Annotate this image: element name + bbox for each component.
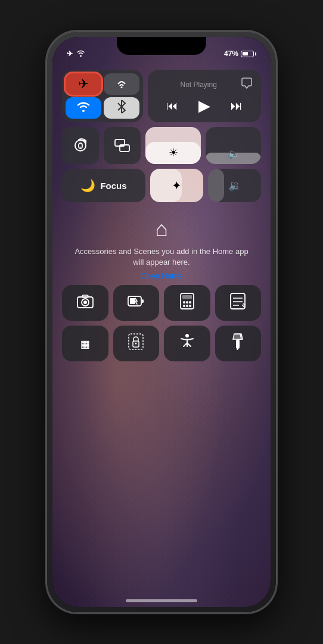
svg-point-7 — [83, 301, 87, 304]
focus-button[interactable]: 🌙 Focus — [62, 169, 145, 202]
svg-point-16 — [189, 301, 191, 304]
svg-point-14 — [183, 301, 185, 304]
airplane-status-icon: ✈ — [67, 49, 73, 58]
focus-label: Focus — [100, 181, 126, 191]
svg-rect-11 — [130, 298, 135, 304]
home-app-icon: ⌂ — [155, 216, 168, 242]
wifi-status-icon — [76, 49, 85, 58]
quick-actions-row1 — [62, 285, 261, 321]
screen-mirror-button[interactable] — [104, 127, 141, 164]
svg-point-0 — [121, 86, 123, 88]
wifi-icon — [76, 100, 91, 116]
play-button[interactable]: ▶ — [198, 97, 210, 115]
calculator-icon — [180, 293, 194, 313]
home-indicator[interactable] — [126, 599, 197, 602]
qr-code-quick-button[interactable]: ▦ — [62, 326, 108, 361]
phone-frame: ✈ 47% — [45, 30, 278, 614]
mute-button[interactable] — [45, 138, 46, 157]
battery-percent-text: 47% — [224, 49, 238, 58]
accessibility-icon — [180, 333, 194, 354]
calculator-quick-button[interactable] — [164, 285, 210, 321]
moon-icon: 🌙 — [80, 178, 95, 193]
top-connectivity-row: ✈ — [62, 70, 261, 122]
connectivity-grid: ✈ — [62, 70, 143, 122]
cellular-button[interactable] — [104, 73, 139, 95]
accessibility-quick-button[interactable] — [164, 326, 210, 361]
brightness-large-icon: ✦ — [172, 178, 182, 193]
airplane-mode-button[interactable]: ✈ — [66, 73, 101, 95]
not-playing-text: Not Playing — [156, 80, 241, 89]
notes-quick-button[interactable] — [215, 285, 262, 321]
svg-point-1 — [75, 140, 86, 151]
volume-large-slider[interactable]: 🔉 — [208, 169, 261, 202]
brightness-slider[interactable]: ☀ — [145, 127, 201, 164]
phone-screen: ✈ 47% — [52, 37, 271, 607]
rewind-button[interactable]: ⏮ — [166, 99, 178, 113]
camera-icon — [77, 294, 94, 312]
now-playing-header: Not Playing — [156, 77, 253, 92]
bluetooth-button[interactable] — [104, 97, 139, 119]
brightness-large-slider[interactable]: ✦ — [150, 169, 203, 202]
home-section: ⌂ Accessories and Scenes you add in the … — [62, 207, 261, 285]
svg-point-17 — [183, 305, 185, 307]
control-center: ✈ — [62, 70, 261, 547]
battery-quick-button[interactable] — [113, 285, 160, 321]
svg-point-19 — [189, 305, 191, 307]
qr-icon: ▦ — [81, 336, 89, 351]
flashlight-icon — [232, 333, 243, 354]
status-right: 47% — [224, 49, 256, 58]
volume-down-button[interactable] — [45, 209, 46, 244]
notes-icon — [230, 293, 246, 313]
flashlight-quick-button[interactable] — [215, 326, 262, 361]
svg-rect-20 — [231, 293, 245, 309]
media-controls: ⏮ ▶ ⏭ — [156, 97, 253, 115]
notch — [117, 37, 206, 55]
bluetooth-icon — [117, 100, 126, 116]
power-button[interactable] — [277, 174, 278, 228]
svg-rect-8 — [82, 295, 88, 298]
cellular-icon — [115, 76, 128, 92]
svg-rect-10 — [142, 299, 144, 303]
volume-slider[interactable]: 🔈 — [206, 127, 261, 164]
lock-screen-quick-button[interactable] — [113, 326, 160, 361]
wifi-button[interactable] — [66, 97, 101, 119]
volume-icon: 🔈 — [228, 148, 240, 159]
svg-rect-13 — [182, 295, 192, 299]
airplay-icon[interactable] — [241, 77, 253, 92]
volume-large-icon: 🔉 — [228, 179, 241, 192]
svg-rect-28 — [236, 339, 240, 349]
quick-actions-row2: ▦ — [62, 326, 261, 361]
open-home-link[interactable]: Open Home — [141, 271, 182, 280]
focus-row: 🌙 Focus ✦ 🔉 — [62, 169, 261, 202]
middle-controls-row: ☀ 🔈 — [62, 127, 261, 164]
airplane-icon: ✈ — [78, 76, 89, 92]
svg-rect-2 — [79, 143, 82, 148]
status-left: ✈ — [67, 49, 85, 58]
brightness-icon: ☀ — [169, 146, 178, 159]
svg-point-15 — [186, 301, 188, 304]
fast-forward-button[interactable]: ⏭ — [231, 99, 243, 113]
orientation-lock-button[interactable] — [62, 127, 99, 164]
svg-point-26 — [135, 343, 137, 345]
lock-dashed-icon — [128, 333, 144, 354]
svg-point-18 — [186, 305, 188, 307]
battery-quick-icon — [128, 294, 144, 312]
volume-up-button[interactable] — [45, 165, 46, 201]
home-description-text: Accessories and Scenes you add in the Ho… — [74, 246, 249, 268]
camera-quick-button[interactable] — [62, 285, 108, 321]
now-playing-card: Not Playing ⏮ ▶ ⏭ — [148, 70, 261, 122]
svg-point-27 — [185, 334, 189, 338]
battery-icon — [241, 51, 256, 57]
